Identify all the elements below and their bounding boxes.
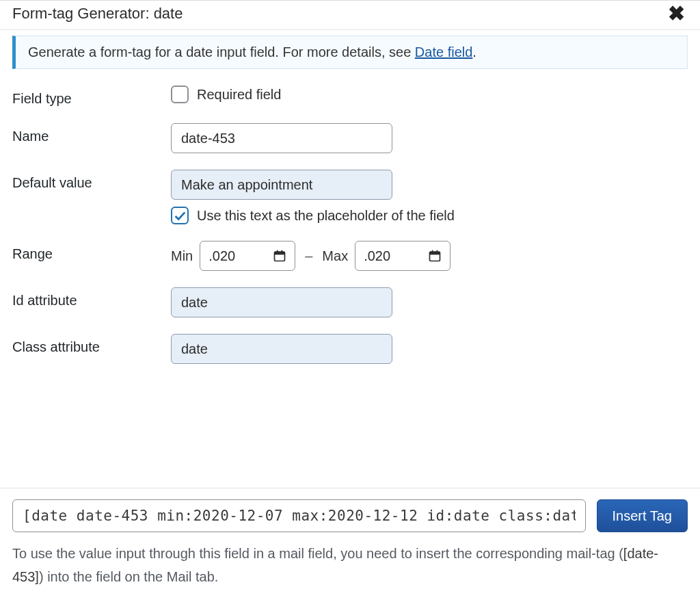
row-range: Range Min .020 – Max .020 (12, 241, 688, 271)
name-input[interactable] (171, 123, 392, 153)
row-default-value: Default value Use this text as the place… (12, 170, 688, 224)
label-field-type: Field type (12, 86, 171, 107)
hint-before: To use the value input through this fiel… (12, 546, 623, 561)
svg-rect-3 (275, 255, 284, 260)
form-tag-generator-dialog: Form-tag Generator: date ✖ Generate a fo… (0, 0, 700, 602)
calendar-icon (273, 249, 286, 263)
range-min-value: .020 (208, 248, 235, 264)
range-max-label: Max (322, 248, 348, 264)
svg-rect-11 (437, 250, 438, 253)
range-min-input[interactable]: .020 (200, 241, 295, 271)
range-max-value: .020 (364, 248, 390, 264)
placeholder-checkbox-label: Use this text as the placeholder of the … (197, 208, 455, 224)
placeholder-checkbox[interactable] (171, 207, 189, 224)
label-class-attr: Class attribute (12, 334, 171, 355)
label-id-attr: Id attribute (12, 287, 171, 309)
id-attr-input[interactable] (171, 287, 392, 317)
svg-rect-6 (277, 250, 278, 253)
range-max-input[interactable]: .020 (355, 241, 450, 271)
svg-rect-9 (430, 252, 440, 254)
label-default-value: Default value (12, 170, 171, 191)
info-notice: Generate a form-tag for a date input fie… (12, 36, 688, 69)
row-class-attr: Class attribute (12, 334, 688, 364)
required-field-checkbox[interactable] (171, 86, 189, 103)
range-separator: – (305, 248, 312, 264)
calendar-icon (428, 249, 442, 263)
row-id-attr: Id attribute (12, 287, 688, 317)
row-field-type: Field type Required field (12, 86, 688, 107)
date-field-link[interactable]: Date field (415, 44, 473, 60)
hint-after: ) into the field on the Mail tab. (39, 569, 218, 584)
label-range: Range (12, 241, 171, 262)
generated-tag-output[interactable] (12, 499, 586, 532)
svg-rect-10 (432, 250, 433, 253)
mail-tag-hint: To use the value input through this fiel… (12, 542, 688, 588)
range-min-label: Min (171, 248, 193, 264)
dialog-footer: Insert Tag To use the value input throug… (0, 488, 700, 602)
notice-text-after: . (472, 44, 476, 60)
default-value-input[interactable] (171, 170, 392, 200)
dialog-titlebar: Form-tag Generator: date ✖ (0, 1, 700, 30)
svg-rect-5 (275, 252, 285, 254)
close-icon[interactable]: ✖ (665, 3, 688, 24)
svg-rect-7 (282, 250, 283, 253)
required-field-label: Required field (197, 87, 281, 103)
dialog-title: Form-tag Generator: date (12, 5, 183, 23)
row-name: Name (12, 123, 688, 153)
form-area: Field type Required field Name D (12, 86, 688, 380)
insert-tag-button[interactable]: Insert Tag (597, 499, 688, 532)
dialog-content: Generate a form-tag for a date input fie… (0, 30, 700, 488)
notice-text: Generate a form-tag for a date input fie… (28, 44, 415, 60)
class-attr-input[interactable] (171, 334, 392, 364)
label-name: Name (12, 123, 171, 144)
